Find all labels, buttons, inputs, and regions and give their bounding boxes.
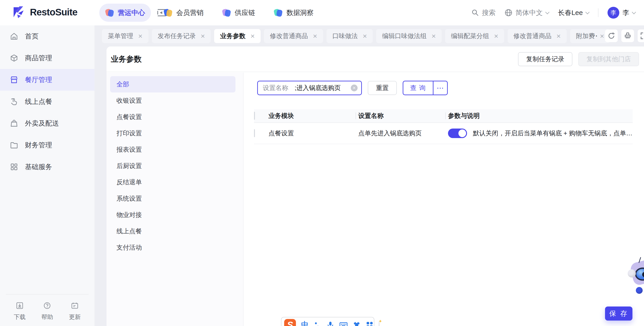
user-menu[interactable]: 李 李	[608, 7, 636, 19]
assistant-mascot[interactable]	[630, 260, 644, 298]
ime-chinese-mode-icon[interactable]: 中	[301, 320, 308, 326]
global-search[interactable]: 搜索	[472, 8, 496, 18]
tab-label: 修改普通商品	[514, 32, 552, 40]
query-button[interactable]: 查 询	[403, 81, 433, 95]
category-all[interactable]: 全部	[110, 76, 236, 93]
category-payment-activity[interactable]: 支付活动	[110, 239, 236, 256]
clear-input-icon[interactable]: ×	[351, 85, 358, 91]
save-button[interactable]: 保 存	[605, 306, 632, 320]
language-label: 简体中文	[516, 8, 543, 18]
ime-keyboard-icon[interactable]	[340, 321, 348, 326]
sidebar-item-home[interactable]: 首页	[0, 25, 94, 47]
settings-category-list: 全部 收银设置 点餐设置 打印设置 报表设置 后厨设置 反结退单 系统设置 物业…	[106, 73, 244, 326]
sidebar-item-restaurant[interactable]: 餐厅管理	[0, 69, 94, 91]
setting-name-input[interactable]: 设置名称 ;进入锅底选购页 ×	[257, 81, 362, 95]
brand-name: RestoSuite	[30, 7, 77, 18]
nav-label: 会员营销	[176, 8, 204, 18]
ime-skin-icon[interactable]	[353, 321, 360, 326]
sidebar-item-finance[interactable]: 财务管理	[0, 134, 94, 156]
nav-item-supply-chain[interactable]: 供应链	[216, 4, 261, 22]
settings-content: 设置名称 ;进入锅底选购页 × 重置 查 询 ⋯ 业务模块	[244, 73, 644, 326]
category-property[interactable]: 物业对接	[110, 207, 236, 223]
sidebar-item-label: 外卖及配送	[25, 119, 59, 128]
chevron-down-icon	[545, 10, 549, 14]
close-icon[interactable]: ×	[556, 33, 561, 40]
tab-edit-normal-item-1[interactable]: 修改普通商品×	[264, 29, 323, 43]
tab-edit-normal-item-2[interactable]: 修改普通商品×	[508, 29, 567, 43]
apps-grid-icon	[10, 163, 18, 171]
tab-label: 菜单管理	[108, 32, 133, 40]
more-tabs-icon[interactable]: ⋯	[590, 31, 598, 41]
query-more-button[interactable]: ⋯	[434, 81, 447, 95]
setting-toggle-on[interactable]	[448, 129, 467, 138]
cell-setting-name: 点单先进入锅底选购页	[358, 129, 448, 138]
chevron-down-icon	[632, 10, 636, 14]
update-label: 更新	[69, 313, 81, 321]
tab-label: 编辑配菜分组	[451, 32, 489, 40]
row-checkbox[interactable]	[254, 129, 255, 137]
ime-punctuation-icon[interactable]	[314, 321, 321, 326]
store-selector[interactable]: 长春Lee	[558, 8, 589, 18]
category-refund[interactable]: 反结退单	[110, 174, 236, 190]
close-icon[interactable]: ×	[138, 33, 142, 40]
page-actions: 复制任务记录 复制到其他门店	[518, 52, 639, 66]
fullscreen-button[interactable]	[638, 30, 644, 42]
nav-item-membership[interactable]: 会员营销	[158, 4, 210, 22]
category-cashier[interactable]: 收银设置	[110, 93, 236, 109]
category-system[interactable]: 系统设置	[110, 190, 236, 207]
folder-icon	[10, 141, 18, 149]
tab-flavor-method[interactable]: 口味做法×	[326, 29, 373, 43]
operations-icon	[105, 8, 114, 17]
nav-item-data-insight[interactable]: 数据洞察	[268, 4, 320, 22]
sidebar-item-basic-services[interactable]: 基础服务	[0, 156, 94, 178]
store-label: 长春Lee	[558, 8, 583, 18]
ime-mascot-icon[interactable]	[379, 321, 380, 326]
close-icon[interactable]: ×	[201, 33, 205, 40]
close-icon[interactable]: ×	[432, 33, 436, 40]
download-button[interactable]: 下载	[14, 302, 26, 321]
close-icon[interactable]: ×	[250, 33, 255, 40]
close-icon[interactable]: ×	[313, 33, 317, 40]
refresh-button[interactable]	[605, 30, 618, 42]
category-online-ordering[interactable]: 线上点餐	[110, 223, 236, 239]
language-selector[interactable]: 简体中文	[505, 8, 549, 18]
clear-tabs-button[interactable]	[621, 30, 634, 42]
tab-menu-management[interactable]: 菜单管理×	[102, 29, 148, 43]
header-right-cluster: 搜索 简体中文 长春Lee 李 李	[472, 0, 636, 25]
sogou-logo-icon[interactable]: S	[284, 319, 296, 326]
copy-to-other-stores-button[interactable]: 复制到其他门店	[578, 52, 639, 66]
category-ordering[interactable]: 点餐设置	[110, 109, 236, 125]
tab-business-params[interactable]: 业务参数×	[214, 29, 260, 43]
tab-edit-flavor-group[interactable]: 编辑口味做法组×	[376, 29, 442, 43]
select-all-checkbox[interactable]	[254, 112, 255, 120]
ime-microphone-icon[interactable]	[326, 321, 334, 326]
category-reports[interactable]: 报表设置	[110, 141, 236, 158]
sidebar-item-goods[interactable]: 商品管理	[0, 47, 94, 69]
copy-task-log-button[interactable]: 复制任务记录	[518, 52, 572, 66]
category-kitchen[interactable]: 后厨设置	[110, 158, 236, 174]
tab-publish-task-log[interactable]: 发布任务记录×	[152, 29, 211, 43]
shopping-bag-icon	[10, 119, 18, 127]
close-icon[interactable]: ×	[363, 33, 367, 40]
tab-label: 修改普通商品	[270, 32, 308, 40]
help-button[interactable]: 帮助	[41, 302, 53, 321]
column-header-module: 业务模块	[268, 112, 358, 120]
ime-toolbox-icon[interactable]	[366, 321, 374, 326]
globe-icon	[505, 9, 512, 17]
sidebar-item-delivery[interactable]: 外卖及配送	[0, 112, 94, 134]
update-button[interactable]: 更新	[69, 302, 81, 321]
page-body: 全部 收银设置 点餐设置 打印设置 报表设置 后厨设置 反结退单 系统设置 物业…	[106, 73, 644, 326]
setting-name-input-value: ;进入锅底选购页	[294, 84, 348, 92]
reset-button[interactable]: 重置	[368, 81, 397, 95]
category-printing[interactable]: 打印设置	[110, 125, 236, 141]
column-header-params: 参数与说明	[448, 112, 633, 120]
tabs-toolbar: ⋯	[590, 30, 644, 42]
tab-label: 发布任务记录	[158, 32, 196, 40]
home-icon	[10, 32, 18, 40]
nav-item-operations[interactable]: 营运中心	[99, 4, 151, 22]
sidebar-item-online-ordering[interactable]: 线上点餐	[0, 91, 94, 112]
ime-toolbar: S 中	[281, 317, 374, 326]
tab-edit-side-dish-group[interactable]: 编辑配菜分组×	[445, 29, 504, 43]
sidebar-item-label: 线上点餐	[25, 97, 52, 106]
close-icon[interactable]: ×	[494, 33, 498, 40]
